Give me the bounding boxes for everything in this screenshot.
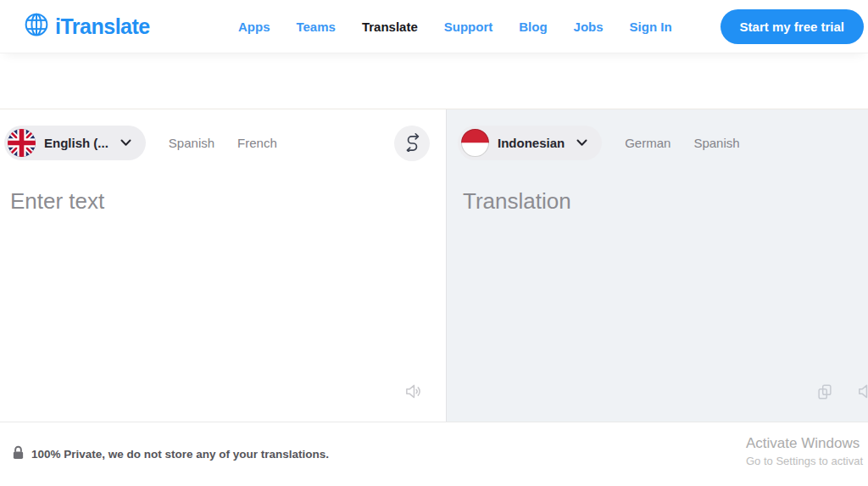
target-language-selector[interactable]: Indonesian	[458, 126, 602, 160]
activate-windows-watermark: Activate Windows Go to Settings to activ…	[746, 435, 863, 467]
itranslate-logo[interactable]: iTranslate	[24, 12, 150, 41]
source-text-input[interactable]: Enter text	[0, 188, 446, 215]
uk-flag-icon	[8, 129, 36, 157]
copy-translation-button[interactable]	[815, 383, 834, 401]
lock-icon	[12, 445, 25, 463]
globe-logo-icon	[24, 12, 49, 41]
itranslate-translate-page: iTranslate Apps Teams Translate Support …	[0, 0, 868, 486]
nav-apps[interactable]: Apps	[238, 20, 270, 34]
source-speaker-button[interactable]	[403, 382, 423, 401]
sign-in-link[interactable]: Sign In	[630, 20, 672, 34]
privacy-note: 100% Private, we do not store any of you…	[12, 445, 329, 463]
main-nav: Apps Teams Translate Support Blog Jobs S…	[238, 9, 864, 44]
source-alt-language-french[interactable]: French	[237, 136, 277, 150]
source-panel: English (... Spanish French Enter	[0, 109, 447, 422]
swap-icon	[403, 132, 422, 154]
source-language-selector[interactable]: English (...	[4, 126, 146, 160]
nav-jobs[interactable]: Jobs	[574, 20, 604, 34]
logo-text: iTranslate	[55, 14, 150, 39]
swap-languages-button[interactable]	[394, 126, 430, 161]
chevron-down-icon	[576, 139, 587, 147]
nav-blog[interactable]: Blog	[519, 20, 547, 34]
site-header: iTranslate Apps Teams Translate Support …	[0, 0, 868, 53]
target-panel: Indonesian German Spanish Translation	[447, 109, 868, 422]
indonesia-flag-icon	[461, 129, 489, 157]
source-alt-language-spanish[interactable]: Spanish	[169, 136, 214, 150]
copy-icon	[815, 391, 834, 404]
translation-output: Translation	[447, 188, 868, 215]
watermark-line1: Activate Windows	[746, 435, 863, 452]
chevron-down-icon	[120, 139, 131, 147]
target-speaker-button[interactable]	[856, 382, 868, 401]
privacy-note-text: 100% Private, we do not store any of you…	[31, 448, 329, 461]
translator: English (... Spanish French Enter	[0, 109, 868, 422]
nav-translate[interactable]: Translate	[362, 20, 418, 34]
target-language-row: Indonesian German Spanish	[447, 109, 868, 160]
target-alt-language-german[interactable]: German	[625, 136, 670, 150]
target-alt-language-spanish[interactable]: Spanish	[693, 136, 739, 150]
nav-teams[interactable]: Teams	[296, 20, 335, 34]
source-language-row: English (... Spanish French	[0, 109, 446, 160]
start-free-trial-button[interactable]: Start my free trial	[721, 9, 864, 44]
target-language-label: Indonesian	[498, 136, 565, 150]
speaker-icon	[856, 391, 868, 404]
watermark-line2: Go to Settings to activat	[746, 455, 863, 467]
nav-support[interactable]: Support	[444, 20, 493, 34]
page-footer: 100% Private, we do not store any of you…	[0, 422, 868, 486]
source-language-label: English (...	[44, 136, 108, 150]
speaker-icon	[403, 391, 423, 404]
